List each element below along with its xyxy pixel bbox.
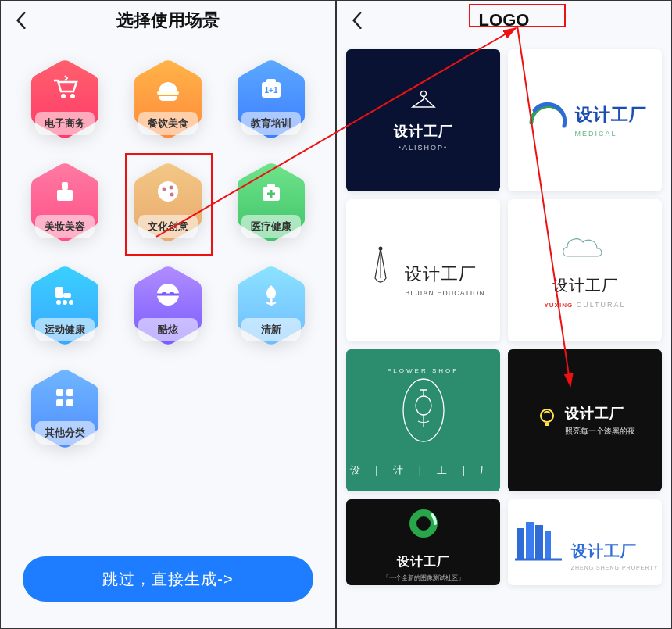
scene-label: 电子商务 — [45, 117, 85, 130]
screen-logo-list: LOGO 设计工厂•ALISHOP•设计工厂MEDICAL设计工厂BI JIAN… — [336, 0, 672, 629]
svg-rect-6 — [57, 190, 73, 201]
scene-card[interactable]: 运动健康 — [18, 257, 112, 351]
logo-card[interactable]: 设计工厂MEDICAL — [508, 49, 662, 191]
scene-label: 运动健康 — [45, 323, 85, 337]
logo-card[interactable]: 设计工厂BI JIAN EDUCATION — [346, 199, 500, 341]
page-title: 选择使用场景 — [116, 9, 220, 32]
scene-label: 餐饮美食 — [148, 117, 188, 130]
logo-card[interactable]: 设计工厂照亮每一个漆黑的夜 — [508, 349, 662, 491]
logo-card[interactable]: FLOWER SHOP设 | 计 | 工 | 厂 — [346, 349, 500, 491]
svg-point-0 — [61, 94, 66, 98]
scene-label: 美妆美容 — [45, 220, 85, 234]
tulip-icon — [231, 277, 312, 312]
scene-label: 教育培训 — [251, 117, 291, 130]
burger-icon — [127, 71, 209, 105]
svg-rect-13 — [267, 184, 275, 188]
svg-point-9 — [163, 188, 166, 191]
svg-rect-24 — [56, 399, 63, 406]
scene-label: 医疗健康 — [251, 220, 291, 234]
svg-rect-34 — [535, 525, 543, 559]
svg-point-8 — [158, 181, 178, 202]
svg-rect-4 — [266, 79, 276, 84]
scene-card[interactable]: 文化创意 — [121, 154, 215, 248]
svg-point-28 — [403, 379, 444, 441]
svg-point-11 — [170, 193, 174, 197]
back-button[interactable] — [346, 9, 368, 31]
scene-card[interactable]: 餐饮美食 — [121, 51, 215, 145]
palette-icon — [127, 174, 209, 209]
svg-rect-23 — [66, 389, 73, 396]
face-icon — [127, 277, 209, 312]
scene-label: 文化创意 — [148, 220, 188, 234]
screen-choose-scene: 选择使用场景 电子商务 — [0, 0, 336, 629]
skip-button[interactable]: 跳过，直接生成-> — [23, 556, 313, 602]
logo-card[interactable]: 设计工厂YUXING CULTURAL — [508, 199, 662, 341]
svg-rect-22 — [56, 389, 63, 396]
skate-icon — [24, 277, 105, 312]
makeup-icon — [24, 174, 105, 209]
page-title: LOGO — [479, 10, 530, 30]
svg-point-26 — [420, 91, 426, 97]
scene-card[interactable]: 酷炫 — [121, 257, 215, 351]
svg-point-1 — [70, 94, 75, 98]
grid-icon — [24, 381, 105, 415]
scene-card[interactable]: 清新 — [224, 257, 318, 351]
scene-card[interactable]: 美妆美容 — [18, 154, 112, 248]
svg-rect-35 — [545, 531, 551, 559]
scene-card[interactable]: 1+1 教育培训 — [224, 51, 318, 145]
svg-point-31 — [416, 516, 431, 531]
medkit-icon: 1+1 — [231, 71, 312, 105]
scene-card[interactable]: 医疗健康 — [224, 154, 318, 248]
scene-label: 其他分类 — [45, 427, 85, 440]
back-button[interactable] — [10, 9, 32, 31]
svg-text:1+1: 1+1 — [265, 86, 278, 95]
scene-label: 酷炫 — [158, 323, 178, 337]
svg-point-16 — [56, 300, 61, 305]
logo-card[interactable]: 设计工厂•ALISHOP• — [346, 49, 500, 191]
logo-card[interactable]: 设计工厂ZHENG SHENG PROPERTY — [508, 499, 662, 585]
firstaid-icon — [231, 174, 312, 209]
cart-icon — [24, 71, 105, 105]
svg-rect-15 — [63, 293, 71, 298]
svg-point-27 — [379, 247, 383, 251]
svg-rect-7 — [62, 182, 68, 190]
scene-card[interactable]: 电子商务 — [18, 51, 112, 145]
svg-point-18 — [69, 300, 73, 305]
svg-rect-14 — [55, 287, 63, 298]
svg-rect-33 — [526, 522, 534, 559]
svg-rect-2 — [157, 91, 179, 95]
svg-point-10 — [170, 186, 173, 190]
svg-rect-32 — [517, 528, 524, 559]
svg-point-17 — [63, 300, 67, 305]
svg-rect-25 — [66, 399, 73, 406]
scene-label: 清新 — [261, 323, 281, 337]
logo-card[interactable]: 设计工厂「一个全新的图像测试社区」 — [346, 499, 500, 585]
scene-card[interactable]: 其他分类 — [18, 360, 112, 454]
